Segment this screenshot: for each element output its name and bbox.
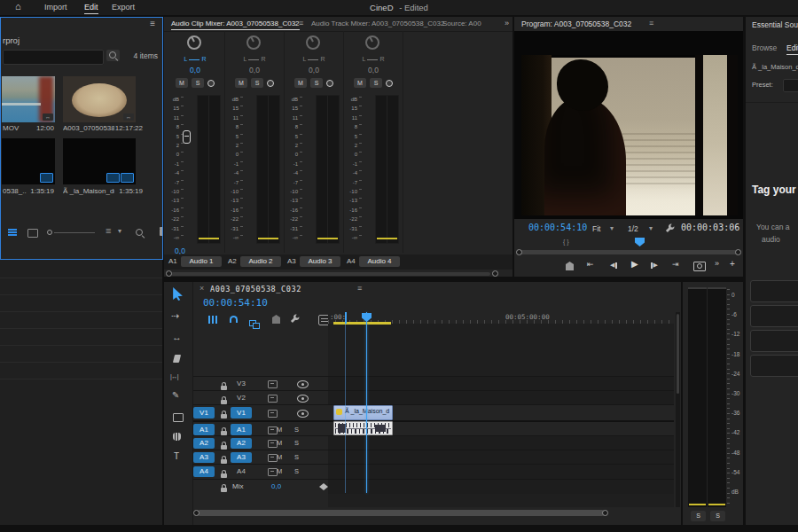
tab-audio-track-mixer[interactable]: Audio Track Mixer: A003_07050538_C032 <box>311 20 444 27</box>
sync-lock-icon[interactable] <box>268 440 278 448</box>
tab-browse[interactable]: Browse <box>752 43 777 52</box>
clip-thumbnail-pizza[interactable]: ↔ <box>63 76 136 122</box>
selection-tool[interactable] <box>172 287 184 302</box>
rectangle-tool[interactable] <box>173 413 184 422</box>
ripple-edit-tool[interactable]: ↔ <box>172 332 182 342</box>
solo-button[interactable]: S <box>370 78 382 88</box>
list-view-button[interactable] <box>8 229 17 236</box>
sync-lock-icon[interactable] <box>268 380 278 388</box>
solo-button[interactable]: S <box>251 78 263 88</box>
track-name-button[interactable]: Audio 1 <box>181 256 222 267</box>
scrollbar-handle[interactable] <box>492 270 498 277</box>
find-icon[interactable] <box>136 229 143 236</box>
pan-value[interactable]: 0,0 <box>285 66 343 74</box>
lock-icon[interactable] <box>221 473 227 478</box>
track-name-button[interactable]: Audio 2 <box>240 256 281 267</box>
sync-lock-icon[interactable] <box>268 426 278 434</box>
vscroll-thumb[interactable] <box>677 314 679 394</box>
record-arm-button[interactable] <box>386 80 393 87</box>
playback-resolution-select[interactable]: 1/2 <box>628 224 638 233</box>
audio-type-button[interactable] <box>750 280 798 302</box>
timeline-playhead-line[interactable] <box>366 312 368 493</box>
mute-button[interactable]: M <box>294 78 307 88</box>
scrub-handle-right[interactable] <box>735 249 741 255</box>
mute-track-button[interactable]: M <box>277 467 282 475</box>
toggle-track-output-icon[interactable] <box>297 395 309 403</box>
track-target-badge[interactable]: V1 <box>231 407 252 419</box>
pan-value[interactable]: 0,0 <box>344 66 403 74</box>
clip-thumbnail-sequence[interactable] <box>2 138 55 184</box>
mix-level-value[interactable]: 0,0 <box>271 482 281 490</box>
solo-right-button[interactable]: S <box>710 511 725 521</box>
source-patch-badge[interactable]: A4 <box>193 466 215 477</box>
zoom-slider-track[interactable] <box>54 232 95 233</box>
solo-track-button[interactable]: S <box>294 426 299 434</box>
pan-value[interactable]: 0,0 <box>225 66 284 74</box>
pan-knob[interactable] <box>365 35 379 50</box>
tab-program[interactable]: Program: A003_07050538_C032 <box>521 20 631 28</box>
go-to-in-icon[interactable]: ⇤ <box>587 260 594 269</box>
audio-clip[interactable] <box>333 421 393 435</box>
more-buttons-chevron-icon[interactable]: » <box>715 259 719 268</box>
scrollbar-handle[interactable] <box>166 270 172 277</box>
source-patch-badge[interactable]: A3 <box>193 452 215 463</box>
mute-button[interactable]: M <box>176 78 188 88</box>
tab-edit[interactable]: Edit <box>786 43 798 55</box>
volume-fader[interactable] <box>183 130 191 144</box>
step-forward-icon[interactable]: ▶ <box>651 262 658 269</box>
mute-track-button[interactable]: M <box>277 439 282 447</box>
sync-lock-icon[interactable] <box>268 410 278 418</box>
monitor-scrub-bar[interactable] <box>519 250 739 254</box>
pan-knob[interactable] <box>187 35 201 50</box>
project-panel-menu-icon[interactable]: ≡ <box>150 19 155 28</box>
source-patch-badge[interactable]: V1 <box>193 407 215 419</box>
source-patch-badge[interactable]: A2 <box>193 438 215 449</box>
pen-tool[interactable]: ✎ <box>172 390 179 400</box>
audio-type-button[interactable] <box>750 355 798 377</box>
tab-sequence[interactable]: A003_07050538_C032 <box>210 285 301 293</box>
tab-essential-sound[interactable]: Essential Sound <box>752 20 798 29</box>
track-lane-v2[interactable] <box>328 390 674 405</box>
solo-track-button[interactable]: S <box>294 467 299 475</box>
solo-button[interactable]: S <box>310 78 323 88</box>
toggle-track-output-icon[interactable] <box>297 380 309 388</box>
export-frame-icon[interactable] <box>693 262 706 271</box>
toggle-track-output-icon[interactable] <box>297 410 309 418</box>
timeline-timecode[interactable]: 00:00:54:10 <box>203 297 268 309</box>
settings-wrench-icon[interactable] <box>665 223 675 235</box>
track-name-button[interactable]: Audio 3 <box>300 256 340 267</box>
track-select-forward-tool[interactable]: ⇢ <box>171 310 179 322</box>
mute-button[interactable]: M <box>235 78 247 88</box>
hand-tool[interactable] <box>173 433 181 441</box>
record-arm-button[interactable] <box>267 80 274 87</box>
step-back-icon[interactable]: ◀ <box>610 262 617 269</box>
sort-icon[interactable]: ≡ <box>106 225 111 236</box>
track-target-badge[interactable]: A2 <box>231 438 252 449</box>
timeline-vscrollbar[interactable] <box>676 312 680 507</box>
timeline-hscrollbar[interactable] <box>197 510 605 516</box>
record-arm-button[interactable] <box>207 80 215 87</box>
track-target-badge[interactable]: A3 <box>231 452 252 463</box>
audio-type-button[interactable] <box>750 305 798 327</box>
monitor-playhead-handle[interactable] <box>635 238 645 246</box>
hscroll-handle-left[interactable] <box>193 510 200 516</box>
type-tool[interactable]: T <box>174 451 179 461</box>
preset-dropdown[interactable] <box>783 79 798 92</box>
more-tabs-chevron-icon[interactable]: » <box>505 19 509 27</box>
zoom-level-select[interactable]: Fit <box>592 224 600 233</box>
lock-icon[interactable] <box>221 488 227 492</box>
solo-button[interactable]: S <box>192 78 204 88</box>
icon-view-button[interactable] <box>27 229 38 238</box>
track-lane-a3[interactable] <box>328 450 674 465</box>
sync-lock-icon[interactable] <box>268 454 278 462</box>
mute-button[interactable]: M <box>354 78 366 88</box>
button-editor-plus-icon[interactable]: + <box>730 259 735 269</box>
zoom-slider-handle[interactable] <box>47 230 52 235</box>
solo-track-button[interactable]: S <box>294 439 299 447</box>
solo-track-button[interactable]: S <box>294 453 299 461</box>
work-area-bar[interactable] <box>333 322 391 325</box>
track-target-badge[interactable]: A1 <box>231 424 252 435</box>
mute-track-button[interactable]: M <box>277 426 282 434</box>
sort-chevron-icon[interactable]: ▾ <box>118 227 121 235</box>
track-lane-a2[interactable] <box>328 435 674 450</box>
